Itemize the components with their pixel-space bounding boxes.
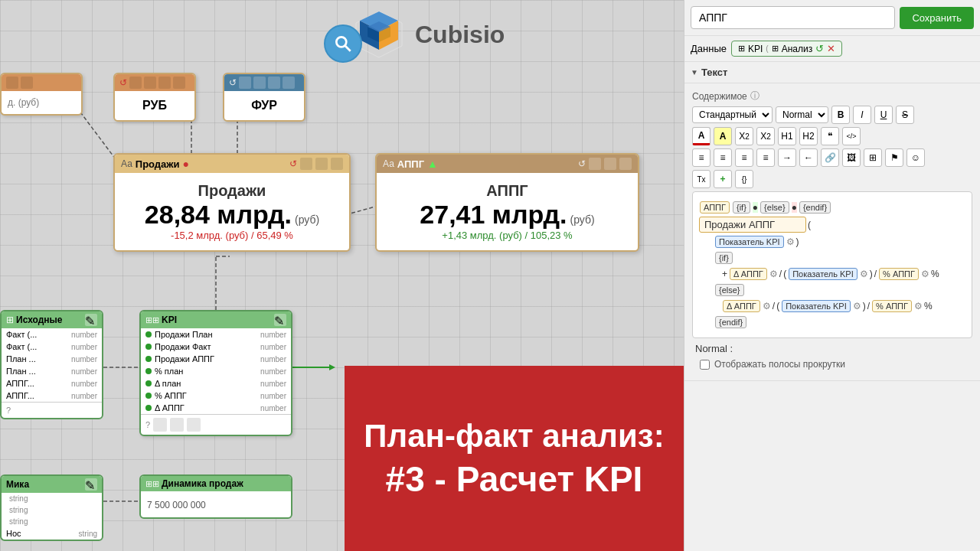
rub-settings-btn[interactable]	[21, 77, 33, 89]
outdent-button[interactable]: ←	[799, 148, 818, 167]
badge-close-icon[interactable]: ✕	[827, 43, 835, 54]
ul-button[interactable]: ≡	[692, 148, 710, 167]
sales-value: 28,84 млрд.	[145, 200, 292, 230]
fur-card-header: ↺	[224, 74, 304, 91]
token-pokazatel-kpi[interactable]: Показатель KPI	[715, 236, 784, 248]
token-delta-appg1[interactable]: Δ АППГ	[730, 268, 767, 280]
search-button[interactable]	[324, 24, 362, 63]
logo-icon	[352, 8, 406, 61]
gear-icon-5: ⚙	[763, 301, 771, 311]
strikethrough-button[interactable]: S	[896, 106, 914, 124]
align-left-button[interactable]: ≡	[735, 148, 753, 167]
token-endif2[interactable]: {endif}	[715, 316, 746, 328]
kpi-edit-btn[interactable]: ✎	[274, 314, 286, 326]
emoji-button[interactable]: ☺	[906, 148, 925, 167]
indent-button[interactable]: →	[778, 148, 796, 167]
text-section-label: Текст	[701, 67, 727, 78]
appg-refresh-icon[interactable]: ↺	[578, 158, 586, 169]
rub-icon-btn2[interactable]	[144, 77, 156, 89]
token-red-circle[interactable]: ●	[792, 202, 797, 213]
kpi-badge[interactable]: ⊞ KPI ( ⊞ Анализ ↺ ✕	[731, 41, 842, 57]
kpi-type-0: number	[260, 331, 286, 339]
token-pokazatel-kpi2[interactable]: Показатель KPI	[789, 268, 858, 280]
h2-button[interactable]: H2	[799, 127, 818, 145]
clear-format-button[interactable]: Tx	[692, 170, 710, 188]
token-percent-appg1[interactable]: % АППГ	[879, 268, 919, 280]
source-type-0: number	[71, 331, 97, 339]
kpi-label-4: Δ план	[155, 379, 257, 388]
dyn-source-title: Мика	[6, 479, 29, 490]
dyn-src-type-2: string	[9, 517, 28, 526]
token-if1[interactable]: {if}	[733, 201, 750, 214]
font-select[interactable]: Стандартный	[692, 106, 773, 123]
appg-icon2[interactable]	[604, 158, 616, 170]
prodazhi-appg-input[interactable]: Продажи АППГ	[699, 217, 806, 233]
highlight-button[interactable]: A	[714, 127, 732, 145]
blockquote-button[interactable]: ❝	[821, 127, 839, 145]
bold-button[interactable]: B	[831, 106, 850, 124]
size-select[interactable]: Normal	[776, 106, 828, 123]
fur-icon-btn3[interactable]	[268, 77, 280, 89]
source-footer: ?	[2, 402, 102, 418]
plus-button[interactable]: +	[714, 170, 732, 188]
token-pokazatel-kpi3[interactable]: Показатель KPI	[782, 300, 851, 312]
rub-refresh-icon[interactable]: ↺	[119, 77, 127, 88]
sales-icon1[interactable]	[300, 158, 312, 170]
appg-icon1[interactable]	[589, 158, 601, 170]
appg-settings[interactable]	[619, 158, 632, 170]
subscript-button[interactable]: X2	[735, 127, 753, 145]
italic-button[interactable]: I	[853, 106, 871, 124]
h1-button[interactable]: H1	[778, 127, 796, 145]
fur-refresh-icon[interactable]: ↺	[229, 77, 237, 88]
rub-card-body: д. (руб)	[2, 91, 81, 114]
superscript-button[interactable]: X2	[756, 127, 775, 145]
image-button[interactable]: 🖼	[842, 148, 861, 167]
dyn-source-rows: string string string Нос string	[2, 493, 102, 540]
kpi-footer-btn2[interactable]	[170, 418, 184, 432]
token-percent-appg2[interactable]: % АППГ	[872, 300, 912, 312]
rub-icon-btn3[interactable]	[158, 77, 171, 89]
token-delta-appg2[interactable]: Δ АППГ	[723, 300, 760, 312]
name-input[interactable]	[691, 6, 895, 29]
source-help-icon: ?	[6, 406, 11, 415]
sales-refresh-icon[interactable]: ↺	[289, 158, 297, 169]
token-else2[interactable]: {else}	[715, 284, 744, 296]
toolbar-row-3: ≡ ≡ ≡ ≡ → ← 🔗 🖼 ⊞ ⚑ ☺	[692, 148, 972, 167]
fur-icon-btn2[interactable]	[253, 77, 266, 89]
align-right-button[interactable]: ≡	[756, 148, 775, 167]
sales-icon2[interactable]	[315, 158, 328, 170]
save-button[interactable]: Сохранить	[900, 7, 974, 29]
kpi-dot-3	[145, 368, 152, 374]
token-endif1[interactable]: {endif}	[799, 201, 831, 214]
source-edit-btn[interactable]: ✎	[85, 314, 97, 326]
ol-button[interactable]: ≡	[714, 148, 732, 167]
font-color-button[interactable]: A	[692, 127, 710, 145]
token-if2[interactable]: {if}	[715, 252, 733, 264]
badge-refresh-icon[interactable]: ↺	[815, 43, 824, 54]
fur-icon-btn4[interactable]	[283, 77, 295, 89]
badge-paren-open: (	[766, 44, 768, 53]
kpi-footer-btn1[interactable]	[153, 418, 167, 432]
rub-card: д. (руб)	[0, 73, 83, 116]
appg-value: 27,41 млрд.	[420, 200, 567, 230]
table-button[interactable]: ⊞	[864, 148, 882, 167]
scrollbar-checkbox[interactable]	[700, 360, 710, 370]
dyn-source-edit-btn[interactable]: ✎	[85, 478, 97, 491]
token-green-circle[interactable]: ●	[753, 202, 758, 213]
flag-button[interactable]: ⚑	[885, 148, 903, 167]
appg-title: АППГ	[397, 158, 424, 170]
sales-settings[interactable]	[331, 158, 343, 170]
kpi-footer-btn3[interactable]	[187, 418, 201, 432]
rub-refresh-btn[interactable]	[6, 77, 18, 89]
text-section-toggle[interactable]: ▼ Текст	[684, 62, 980, 83]
code-button[interactable]: </>	[842, 127, 861, 145]
kpi-dot-2	[145, 356, 152, 362]
link-button[interactable]: 🔗	[821, 148, 839, 167]
braces-button[interactable]: {}	[735, 170, 753, 188]
token-else1[interactable]: {else}	[760, 201, 789, 214]
fur-icon-btn1[interactable]	[239, 77, 251, 89]
content-editor[interactable]: АППГ {if} ● {else} ● {endif} Продажи АПП…	[692, 191, 972, 338]
rub-icon-btn4[interactable]	[173, 77, 185, 89]
underline-button[interactable]: U	[874, 106, 893, 124]
rub-icon-btn1[interactable]	[129, 77, 142, 89]
